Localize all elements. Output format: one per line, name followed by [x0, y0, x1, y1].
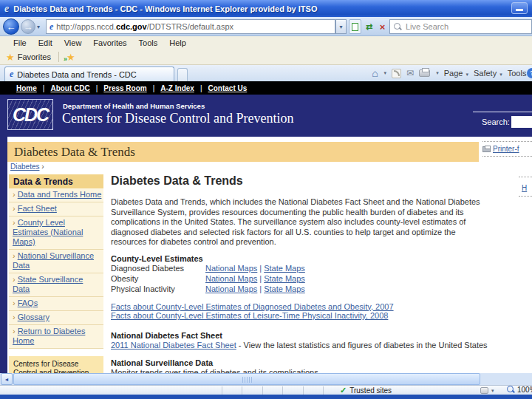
- favorites-button[interactable]: Favorites: [18, 52, 51, 61]
- breadcrumb-diabetes-link[interactable]: Diabetes: [10, 163, 39, 171]
- fact-sheet-2011-link[interactable]: 2011 National Diabetes Fact Sheet: [111, 341, 236, 349]
- topnav-az-index[interactable]: A-Z Index: [160, 84, 194, 92]
- menu-view[interactable]: View: [58, 38, 88, 47]
- horizontal-scrollbar[interactable]: ◄: [0, 373, 532, 385]
- state-maps-link[interactable]: State Maps: [264, 284, 305, 294]
- page-button[interactable]: Page ▾: [444, 69, 468, 78]
- sidebar-item-state-surveillance[interactable]: ›State Surveillance Data: [9, 273, 103, 297]
- search-icon: [394, 23, 402, 31]
- help-icon[interactable]: ?: [527, 68, 532, 78]
- page-dropdown-icon: ▾: [466, 72, 468, 77]
- add-favorite-icon[interactable]: ★»: [66, 52, 75, 63]
- facts-diabetes-obesity-link[interactable]: Facts about County-Level Estimates of Di…: [111, 302, 492, 312]
- national-maps-link[interactable]: National Maps: [205, 284, 257, 294]
- minimize-button[interactable]: [511, 2, 528, 14]
- fact-sheet-header: National Diabetes Fact Sheet: [111, 331, 492, 340]
- check-icon: ✓: [340, 386, 347, 395]
- sidebar-link[interactable]: State Surveillance Data: [13, 275, 83, 293]
- page-banner: Diabetes Data & Trends: [7, 142, 479, 162]
- county-estimates-header: County-Level Estimates: [111, 254, 492, 263]
- sidebar-item-fact-sheet[interactable]: ›Fact Sheet: [9, 202, 103, 216]
- link-separator: |: [259, 284, 262, 294]
- scroll-left-button[interactable]: ◄: [1, 373, 13, 385]
- menu-file[interactable]: File: [7, 38, 33, 47]
- printer-friendly-box: Printer-f: [482, 141, 532, 157]
- scrollbar-thumb[interactable]: [13, 373, 480, 385]
- menu-edit[interactable]: Edit: [33, 38, 58, 47]
- facts-physical-inactivity-link[interactable]: Facts about County-Level Estimates of Le…: [111, 311, 492, 321]
- address-dropdown-button[interactable]: ▾: [335, 19, 347, 34]
- sidebar-link[interactable]: National Surveillance Data: [13, 251, 94, 270]
- sidebar-item-data-trends-home[interactable]: ›Data and Trends Home: [9, 188, 103, 202]
- search-placeholder: Live Search: [406, 22, 449, 31]
- surveillance-desc: Monitor trends over time of diabetes and…: [111, 368, 492, 374]
- row-label: Obesity: [111, 274, 205, 284]
- home-dropdown-icon[interactable]: ▾: [384, 70, 387, 76]
- print-icon[interactable]: [419, 69, 430, 77]
- compatibility-view-button[interactable]: [349, 19, 361, 34]
- surveillance-header: National Surveillance Data: [111, 358, 492, 367]
- site-search-input[interactable]: [511, 116, 532, 128]
- state-maps-link[interactable]: State Maps: [264, 264, 305, 273]
- national-maps-link[interactable]: National Maps: [205, 264, 257, 273]
- address-bar[interactable]: e http://apps.nccd.cdc.gov/DDTSTRS/defau…: [46, 19, 335, 34]
- tab-diabetes-data-trends[interactable]: e Diabetes Data and Trends - CDC: [4, 66, 174, 81]
- sidebar-link[interactable]: County Level Estimates (National Maps): [13, 218, 83, 246]
- page-label: Page: [444, 69, 463, 78]
- sidebar-link[interactable]: Return to Diabetes Home: [13, 327, 85, 345]
- sidebar-item-faqs[interactable]: ›FAQs: [9, 297, 103, 311]
- tab-favicon: e: [10, 69, 13, 80]
- printer-friendly-link[interactable]: Printer-f: [493, 145, 519, 153]
- national-maps-link[interactable]: National Maps: [205, 274, 257, 284]
- sidebar-item-county-estimates[interactable]: ›County Level Estimates (National Maps): [9, 216, 103, 250]
- topnav-home[interactable]: Home: [16, 84, 37, 92]
- menu-tools[interactable]: Tools: [133, 38, 164, 47]
- home-icon[interactable]: ⌂: [372, 67, 378, 79]
- sidebar-contact-block: Centers for Disease Control and Preventi…: [9, 356, 103, 373]
- back-button[interactable]: ←: [3, 18, 19, 35]
- zoom-level: 100%: [517, 386, 532, 394]
- print-dropdown-icon[interactable]: ▾: [436, 70, 439, 76]
- tab-title: Diabetes Data and Trends - CDC: [17, 70, 136, 79]
- menu-help[interactable]: Help: [163, 38, 192, 47]
- live-search-box[interactable]: Live Search: [389, 19, 532, 34]
- window-titlebar[interactable]: e Diabetes Data and Trends - CDC - Windo…: [0, 0, 532, 17]
- feeds-icon[interactable]: [392, 69, 401, 78]
- refresh-button[interactable]: ⇄: [363, 19, 375, 34]
- topnav-contact-us[interactable]: Contact Us: [208, 84, 247, 92]
- chevron-icon: ›: [13, 299, 16, 307]
- history-dropdown-icon[interactable]: ▾: [37, 24, 40, 30]
- row-label: Physical Inactivity: [111, 284, 205, 294]
- menu-favorites[interactable]: Favorites: [87, 38, 132, 47]
- navigation-toolbar: ← → ▾ e http://apps.nccd.cdc.gov/DDTSTRS…: [0, 17, 532, 36]
- sidebar-header: Data & Trends: [9, 174, 103, 188]
- window-title: Diabetes Data and Trends - CDC - Windows…: [13, 4, 317, 13]
- trusted-sites-label: Trusted sites: [349, 386, 392, 395]
- right-fragment-link[interactable]: H: [522, 184, 527, 192]
- contact-org: Centers for Disease Control and Preventi…: [13, 360, 100, 373]
- sidebar-link[interactable]: Fact Sheet: [18, 204, 57, 213]
- topnav-about-cdc[interactable]: About CDC: [50, 84, 89, 92]
- state-maps-link[interactable]: State Maps: [264, 274, 305, 284]
- sidebar-item-return-diabetes-home[interactable]: ›Return to Diabetes Home: [9, 325, 103, 349]
- sidebar-link[interactable]: Data and Trends Home: [18, 190, 102, 199]
- protected-mode-icon[interactable]: [480, 387, 488, 394]
- stop-button[interactable]: ×: [376, 19, 389, 34]
- sidebar-item-glossary[interactable]: ›Glossary: [9, 311, 103, 325]
- new-tab-button[interactable]: [177, 68, 188, 81]
- sidebar-link[interactable]: FAQs: [18, 299, 38, 307]
- topnav-press-room[interactable]: Press Room: [103, 84, 146, 92]
- forward-button[interactable]: →: [21, 19, 35, 34]
- url-path: /DDTSTRS/default.aspx: [147, 22, 233, 31]
- favorites-bar: ★ Favorites ★»: [0, 50, 532, 65]
- zoom-control[interactable]: 100%: [507, 386, 532, 394]
- sidebar-link[interactable]: Glossary: [18, 313, 50, 321]
- compatibility-icon: [352, 23, 358, 31]
- read-mail-icon[interactable]: ✉: [406, 68, 414, 78]
- chevron-icon: ›: [13, 275, 16, 284]
- cdc-logo[interactable]: CDC: [7, 99, 53, 130]
- safety-button[interactable]: Safety ▾: [474, 69, 502, 78]
- sidebar-item-national-surveillance[interactable]: ›National Surveillance Data: [9, 250, 103, 273]
- topnav-separator: |: [43, 84, 45, 92]
- protected-mode-dropdown-icon[interactable]: ▾: [491, 388, 494, 394]
